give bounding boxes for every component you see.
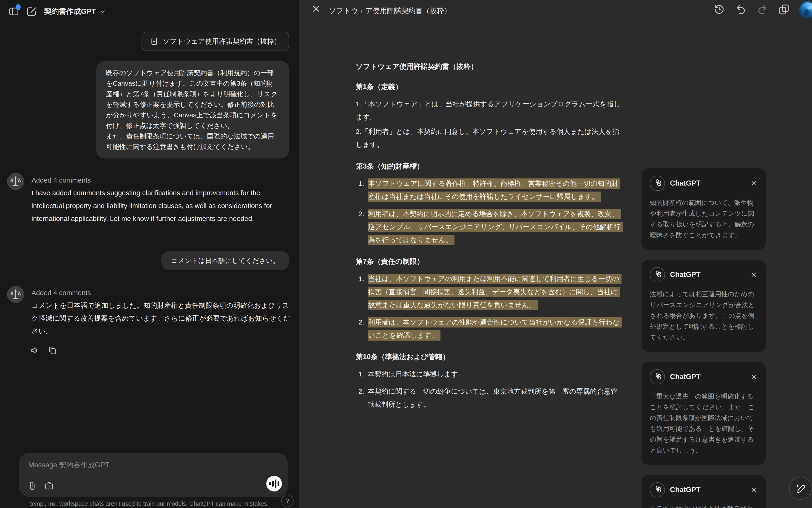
comment-close-button[interactable] xyxy=(750,486,758,494)
comment-header: ChatGPT xyxy=(650,267,758,282)
compose-icon xyxy=(26,6,37,17)
canvas-title: ソフトウェア使用許諾契約書（抜粋） xyxy=(329,6,451,15)
undo-icon xyxy=(735,3,747,15)
sidebar-toggle-button[interactable] xyxy=(8,6,19,17)
gpt-avatar xyxy=(7,286,24,303)
section-heading: 第10条（準拠法および管轄） xyxy=(356,352,623,362)
disclaimer-text: tempi, Inc. workspace chats aren't used … xyxy=(0,500,299,507)
document: ソフトウェア使用許諾契約書（抜粋） 第1条（定義） 1.「本ソフトウェア」とは、… xyxy=(356,61,623,415)
comment-author: ChatGPT xyxy=(670,270,745,279)
account-avatar[interactable] xyxy=(799,1,812,18)
user-message: コメントは日本語にしてください。 xyxy=(161,251,289,270)
list-text[interactable]: 当社は、本ソフトウェアの利用または利用不能に関連して利用者に生じる一切の損害（直… xyxy=(368,272,623,311)
comment-card[interactable]: ChatGPT 知的財産権の範囲について、派生物や利用者が生成したコンテンツに関… xyxy=(642,168,766,250)
ai-edit-button[interactable] xyxy=(789,477,812,500)
scales-icon xyxy=(10,175,22,187)
close-icon xyxy=(750,180,758,187)
section-heading: 第3条（知的財産権） xyxy=(356,161,623,171)
message-input[interactable] xyxy=(28,461,236,469)
list-item: 2. 利用者は、本ソフトウェアの性能や適合性について当社がいかなる保証も行わない… xyxy=(356,315,623,342)
close-icon xyxy=(750,373,758,381)
section-heading: 第1条（定義） xyxy=(356,82,623,92)
chat-panel: 契約書作成GPT ソフトウェア使用許諾契約書（抜粋） 既存のソフトウェア使用許諾… xyxy=(0,0,299,508)
list-text: 本契約は日本法に準拠します。 xyxy=(368,368,623,381)
list-item: 1. 当社は、本ソフトウェアの利用または利用不能に関連して利用者に生じる一切の損… xyxy=(356,272,623,311)
comment-close-button[interactable] xyxy=(750,373,758,381)
history-icon xyxy=(713,3,725,15)
section-heading: 第7条（責任の制限） xyxy=(356,257,623,267)
chatgpt-logo-icon xyxy=(650,176,665,191)
speaker-icon xyxy=(30,346,40,355)
chatgpt-logo-icon xyxy=(650,267,665,282)
list-text[interactable]: 本ソフトウェアに関する著作権、特許権、商標権、営業秘密その他一切の知的財産権は当… xyxy=(368,177,623,203)
chevron-down-icon xyxy=(99,8,106,15)
chatgpt-logo-icon xyxy=(650,369,665,384)
list-text[interactable]: 利用者は、本ソフトウェアの性能や適合性について当社がいかなる保証も行わないことを… xyxy=(368,315,623,342)
list-item: 1. 本ソフトウェアに関する著作権、特許権、商標権、営業秘密その他一切の知的財産… xyxy=(356,177,623,203)
redo-icon xyxy=(757,3,768,15)
commented-highlight[interactable]: 本ソフトウェアに関する著作権、特許権、商標権、営業秘密その他一切の知的財産権は当… xyxy=(368,178,620,202)
message-composer xyxy=(18,453,288,497)
close-icon xyxy=(750,486,758,494)
copy-icon xyxy=(48,346,57,355)
comment-header: ChatGPT xyxy=(650,176,758,191)
commented-highlight[interactable]: 利用者は、本ソフトウェアの性能や適合性について当社がいかなる保証も行わないことを… xyxy=(368,317,622,341)
list-marker: 1. xyxy=(356,368,368,381)
new-chat-button[interactable] xyxy=(26,6,37,17)
comment-text: 商品性や特定目的適合性の黙示的保証も否認する旨を明記すると、条項の強化につながり… xyxy=(650,504,758,508)
document-paragraph: 2.「利用者」とは、本契約に同意し、本ソフトウェアを使用する個人または法人を指し… xyxy=(356,125,623,151)
comment-close-button[interactable] xyxy=(750,271,758,278)
canvas-toolbar xyxy=(713,3,790,15)
canvas-close-button[interactable] xyxy=(311,4,321,14)
gpt-avatar xyxy=(7,173,24,190)
paperclip-icon xyxy=(27,480,37,491)
comment-card[interactable]: ChatGPT 「重大な過失」の範囲を明確化することを検討してください。また、こ… xyxy=(642,362,766,465)
list-marker: 2. xyxy=(356,385,368,411)
list-marker: 1. xyxy=(356,272,368,311)
attach-file-button[interactable] xyxy=(27,480,37,491)
composer-tools xyxy=(27,480,54,491)
list-text: 本契約に関する一切の紛争については、東京地方裁判所を第一審の専属的合意管轄裁判所… xyxy=(368,385,623,411)
commented-highlight[interactable]: 当社は、本ソフトウェアの利用または利用不能に関連して利用者に生じる一切の損害（直… xyxy=(368,274,621,310)
commented-highlight[interactable]: 利用者は、本契約に明示的に定める場合を除き、本ソフトウェアを複製、改変、逆アセン… xyxy=(368,209,623,245)
toolbox-icon xyxy=(44,480,54,491)
attachment-label: ソフトウェア使用許諾契約書（抜粋） xyxy=(163,37,281,46)
comment-close-button[interactable] xyxy=(750,180,758,187)
pencil-sparkle-icon xyxy=(795,482,807,494)
comment-sidebar: ChatGPT 知的財産権の範囲について、派生物や利用者が生成したコンテンツに関… xyxy=(642,168,766,508)
redo-button[interactable] xyxy=(757,3,768,15)
close-icon xyxy=(750,271,758,278)
canvas-attachment-pill[interactable]: ソフトウェア使用許諾契約書（抜粋） xyxy=(141,32,289,51)
copy-document-button[interactable] xyxy=(778,3,790,15)
document-paragraph: 1.「本ソフトウェア」とは、当社が提供するアプリケーションプログラム一式を指しま… xyxy=(356,97,623,124)
chatgpt-logo-icon xyxy=(650,482,665,498)
waveform-icon xyxy=(269,479,279,488)
toolbox-button[interactable] xyxy=(44,480,54,491)
gpt-name-label: 契約書作成GPT xyxy=(44,6,96,16)
notification-dot xyxy=(15,4,21,10)
comment-text: 法域によっては相互運用性のためのリバースエンジニアリングが合法とされる場合があり… xyxy=(650,289,758,343)
gpt-picker[interactable]: 契約書作成GPT xyxy=(44,6,106,16)
version-history-button[interactable] xyxy=(713,3,725,15)
scales-icon xyxy=(10,289,22,300)
close-icon xyxy=(311,4,321,14)
list-item: 2. 本契約に関する一切の紛争については、東京地方裁判所を第一審の専属的合意管轄… xyxy=(356,385,623,411)
user-message: 既存のソフトウェア使用許諾契約書（利用規約）の一部をCanvasに貼り付けます。… xyxy=(96,61,289,159)
list-marker: 1. xyxy=(356,177,368,203)
voice-mode-button[interactable] xyxy=(266,476,282,492)
copy-button[interactable] xyxy=(48,346,57,355)
undo-button[interactable] xyxy=(735,3,747,15)
comment-card[interactable]: ChatGPT 法域によっては相互運用性のためのリバースエンジニアリングが合法と… xyxy=(642,260,766,352)
canvas-panel: ソフトウェア使用許諾契約書（抜粋） xyxy=(299,0,812,508)
comment-card[interactable]: ChatGPT 商品性や特定目的適合性の黙示的保証も否認する旨を明記すると、条項… xyxy=(642,475,766,508)
list-marker: 2. xyxy=(356,315,368,342)
list-text[interactable]: 利用者は、本契約に明示的に定める場合を除き、本ソフトウェアを複製、改変、逆アセン… xyxy=(368,207,623,246)
list-marker: 2. xyxy=(356,207,368,246)
assistant-message: I have added comments suggesting clarifi… xyxy=(32,186,291,225)
assistant-status: Added 4 comments xyxy=(32,176,91,184)
document-title: ソフトウェア使用許諾契約書（抜粋） xyxy=(356,61,623,72)
assistant-status: Added 4 comments xyxy=(32,289,91,297)
comment-author: ChatGPT xyxy=(670,486,745,494)
read-aloud-button[interactable] xyxy=(30,346,40,355)
pages-icon xyxy=(778,3,790,15)
